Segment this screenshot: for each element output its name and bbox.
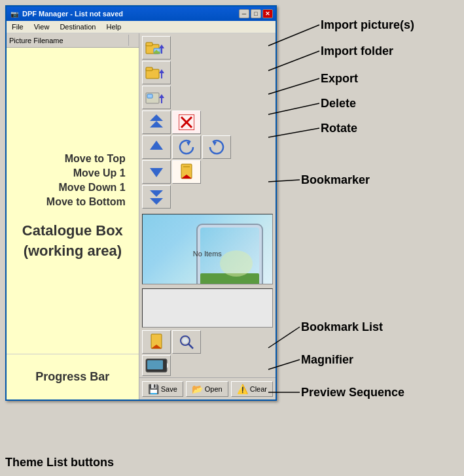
magnifier-icon bbox=[179, 334, 194, 350]
close-button[interactable]: ✕ bbox=[262, 9, 273, 18]
save-label: Save bbox=[161, 385, 177, 393]
annotation-bookmark-list: Bookmark List bbox=[301, 320, 383, 334]
move-up-button[interactable] bbox=[142, 135, 171, 159]
menu-destination[interactable]: Destination bbox=[57, 22, 98, 31]
move-to-top-icon bbox=[149, 113, 164, 131]
svg-rect-3 bbox=[161, 48, 162, 54]
progress-bar-label: Progress Bar bbox=[35, 370, 109, 384]
save-button[interactable]: 💾 Save bbox=[142, 381, 183, 397]
annotation-preview-sequence: Preview Sequence bbox=[301, 386, 404, 400]
move-down-button[interactable] bbox=[142, 160, 171, 184]
preview-area: No Items bbox=[142, 214, 273, 284]
svg-rect-13 bbox=[161, 98, 162, 103]
annotation-export: Export bbox=[321, 72, 358, 86]
menu-view[interactable]: View bbox=[31, 22, 52, 31]
open-button[interactable]: 📂 Open bbox=[186, 381, 228, 397]
export-icon bbox=[145, 88, 168, 107]
magnifier-button[interactable] bbox=[172, 330, 201, 354]
bookmarker-icon bbox=[179, 163, 194, 181]
rotate-right-button[interactable] bbox=[202, 135, 231, 159]
toolbar-row-4 bbox=[142, 110, 273, 134]
svg-marker-22 bbox=[150, 168, 163, 177]
annotation-rotate: Rotate bbox=[321, 122, 357, 135]
rotate-left-icon bbox=[179, 139, 194, 155]
svg-marker-19 bbox=[150, 141, 163, 150]
preview-sequence-icon bbox=[145, 358, 168, 373]
move-up-1-label: Move Up 1 bbox=[73, 167, 126, 179]
toolbar-row-3 bbox=[142, 86, 273, 109]
rotate-left-button[interactable] bbox=[172, 135, 201, 159]
svg-rect-40 bbox=[147, 360, 163, 369]
bookmarker-button[interactable] bbox=[172, 160, 201, 184]
right-panel: No Items bbox=[139, 33, 276, 400]
svg-marker-27 bbox=[150, 198, 163, 205]
svg-rect-11 bbox=[147, 94, 152, 98]
annotation-import-pictures: Import picture(s) bbox=[321, 18, 414, 32]
svg-rect-9 bbox=[161, 73, 162, 78]
column-picture-filename: Picture Filename bbox=[9, 37, 63, 44]
main-window: 📷 DPF Manager - List not saved ─ □ ✕ Fil… bbox=[5, 5, 277, 401]
open-label: Open bbox=[205, 385, 223, 393]
menu-bar: File View Destination Help bbox=[7, 21, 276, 33]
move-to-top-button[interactable] bbox=[142, 110, 171, 134]
bottom-icon-buttons bbox=[139, 329, 276, 377]
move-to-bottom-icon bbox=[149, 188, 164, 206]
minimize-button[interactable]: ─ bbox=[239, 9, 249, 18]
toolbar-row-2 bbox=[142, 61, 273, 84]
catalogue-box-label: Catalogue Box (working area) bbox=[22, 221, 123, 262]
svg-rect-1 bbox=[146, 42, 152, 46]
clear-icon: ⚠️ bbox=[237, 384, 248, 394]
toolbar-row-5 bbox=[142, 135, 273, 159]
clear-button[interactable]: ⚠️ Clear bbox=[231, 381, 273, 397]
toolbar-row-6 bbox=[142, 160, 273, 184]
svg-marker-26 bbox=[150, 190, 163, 197]
svg-marker-14 bbox=[150, 114, 163, 121]
import-folder-button[interactable] bbox=[142, 61, 171, 84]
svg-marker-2 bbox=[159, 44, 164, 48]
preview-row bbox=[142, 355, 273, 376]
svg-marker-20 bbox=[187, 142, 190, 146]
menu-help[interactable]: Help bbox=[103, 22, 124, 31]
preview-sequence-button[interactable] bbox=[142, 355, 171, 376]
title-bar: 📷 DPF Manager - List not saved ─ □ ✕ bbox=[7, 7, 276, 21]
toolbar-row-1 bbox=[142, 36, 273, 60]
bottom-toolbar: 💾 Save 📂 Open ⚠️ Clear bbox=[139, 377, 276, 400]
annotation-theme-list-buttons: Theme List buttons bbox=[5, 456, 114, 469]
move-down-icon bbox=[149, 163, 164, 181]
catalogue-area: Move to Top Move Up 1 Move Down 1 Move t… bbox=[7, 48, 139, 354]
svg-marker-21 bbox=[213, 142, 217, 146]
move-to-bottom-button[interactable] bbox=[142, 185, 171, 209]
svg-marker-12 bbox=[159, 94, 164, 98]
open-icon: 📂 bbox=[192, 384, 203, 394]
app-icon: 📷 bbox=[9, 8, 20, 19]
window-title: DPF Manager - List not saved bbox=[22, 10, 239, 18]
delete-button[interactable] bbox=[172, 110, 201, 134]
svg-marker-8 bbox=[159, 69, 164, 73]
rotate-right-icon bbox=[209, 139, 224, 155]
annotation-bookmarker: Bookmarker bbox=[301, 173, 370, 187]
import-pictures-icon bbox=[145, 38, 168, 58]
move-labels: Move to Top Move Up 1 Move Down 1 Move t… bbox=[13, 153, 132, 208]
menu-file[interactable]: File bbox=[9, 22, 26, 31]
window-controls: ─ □ ✕ bbox=[239, 9, 273, 18]
bookmark-list-area bbox=[142, 288, 273, 328]
bookmark-list-button[interactable] bbox=[142, 330, 171, 354]
svg-rect-7 bbox=[146, 67, 152, 71]
column-header: Picture Filename bbox=[7, 33, 139, 48]
toolbar-row-7 bbox=[142, 185, 273, 209]
svg-marker-15 bbox=[150, 121, 163, 128]
svg-rect-25 bbox=[183, 166, 190, 167]
annotation-magnifier: Magnifier bbox=[301, 353, 353, 367]
maximize-button[interactable]: □ bbox=[251, 9, 261, 18]
svg-marker-41 bbox=[167, 363, 168, 368]
progress-bar-area: Progress Bar bbox=[7, 354, 139, 400]
svg-point-31 bbox=[220, 250, 253, 277]
annotation-delete: Delete bbox=[321, 97, 356, 110]
clear-label: Clear bbox=[250, 385, 267, 393]
annotation-import-folder: Import folder bbox=[321, 44, 393, 58]
move-to-top-label: Move to Top bbox=[65, 153, 126, 165]
column-resize-handle[interactable] bbox=[128, 35, 136, 46]
export-button[interactable] bbox=[142, 86, 171, 109]
main-content: Picture Filename Move to Top Move Up 1 M… bbox=[7, 33, 276, 400]
import-pictures-button[interactable] bbox=[142, 36, 171, 60]
